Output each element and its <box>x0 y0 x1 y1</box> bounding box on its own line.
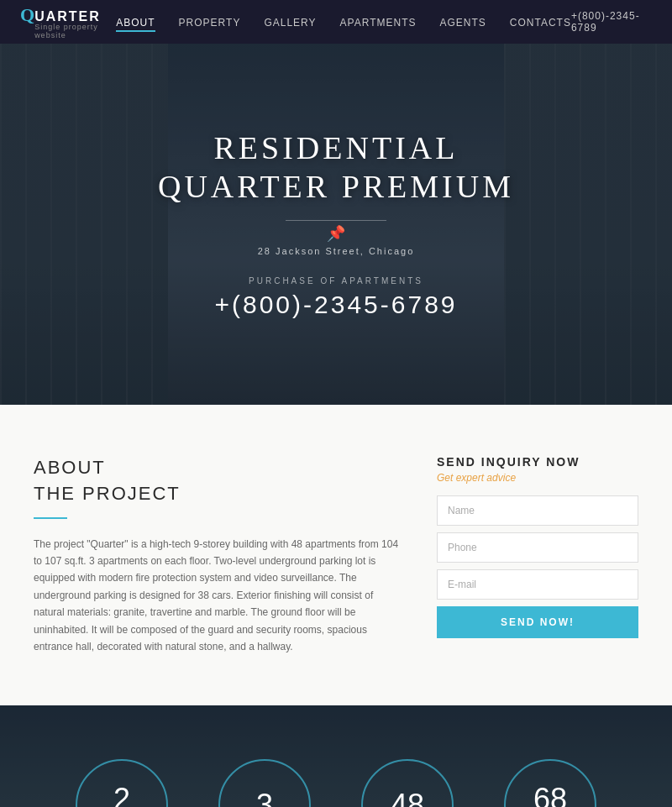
nav-item-contacts[interactable]: Contacts <box>510 14 571 29</box>
nav-item-about[interactable]: About <box>116 14 155 29</box>
hero-cta-label: PURCHASE OF APARTMENTS <box>158 276 514 286</box>
hero-phone: +(800)-2345-6789 <box>158 291 514 319</box>
name-input[interactable] <box>437 495 638 526</box>
logo[interactable]: Q UARTER Single property website <box>20 4 116 39</box>
nav-item-property[interactable]: Property <box>179 14 241 29</box>
about-left: ABOUT THE PROJECT The project "Quarter" … <box>34 455 403 655</box>
logo-sub: Single property website <box>34 23 116 39</box>
nav-item-gallery[interactable]: Gallery <box>264 14 316 29</box>
phone-input[interactable] <box>437 532 638 563</box>
about-title: ABOUT THE PROJECT <box>34 455 403 507</box>
stat-circle-parking: 68 cars <box>504 759 596 807</box>
inquiry-subtitle: Get expert advice <box>437 472 638 484</box>
stat-buildings: 3 BUILDINGS <box>218 759 311 807</box>
about-right: SEND INQUIRY NOW Get expert advice SEND … <box>437 455 638 638</box>
stat-number-parking: 68 <box>533 784 567 807</box>
stat-circle-apartments: 48 <box>361 759 454 807</box>
nav-item-agents[interactable]: Agents <box>439 14 486 29</box>
stat-area: 2 ha AREA <box>76 759 168 807</box>
about-section: ABOUT THE PROJECT The project "Quarter" … <box>0 405 672 705</box>
inquiry-form: SEND NOW! <box>437 495 638 638</box>
hero-address: 28 Jackson Street, Chicago <box>158 246 514 256</box>
logo-q: Q <box>20 4 34 26</box>
logo-text: UARTER <box>34 9 101 24</box>
navbar: Q UARTER Single property website About P… <box>0 0 672 44</box>
nav-item-apartments[interactable]: Apartments <box>340 14 417 29</box>
nav-links: About Property Gallery Apartments Agents… <box>116 14 571 29</box>
stat-parking: 68 cars PARKING <box>504 759 596 807</box>
stat-number-buildings: 3 <box>256 790 273 807</box>
stat-circle-area: 2 ha <box>76 759 168 807</box>
stat-apartments: 48 APARTMENTS <box>361 759 454 807</box>
hero-section: RESIDENTIAL QUARTER PREMIUM 📌 28 Jackson… <box>0 44 672 405</box>
hero-content: RESIDENTIAL QUARTER PREMIUM 📌 28 Jackson… <box>158 129 514 318</box>
stat-number-apartments: 48 <box>391 790 424 807</box>
stat-circle-buildings: 3 <box>218 759 311 807</box>
send-button[interactable]: SEND NOW! <box>437 606 638 638</box>
email-input[interactable] <box>437 569 638 600</box>
pin-icon: 📌 <box>158 224 514 243</box>
stats-content: 2 ha AREA 3 BUILDINGS 48 APARTMENTS 68 <box>0 759 672 807</box>
stats-section: 2 ha AREA 3 BUILDINGS 48 APARTMENTS 68 <box>0 705 672 807</box>
inquiry-title: SEND INQUIRY NOW <box>437 455 638 469</box>
stat-number-area: 2 <box>113 784 130 807</box>
about-body: The project "Quarter" is a high-tech 9-s… <box>34 536 403 656</box>
nav-phone: +(800)-2345-6789 <box>571 10 652 34</box>
hero-divider <box>286 220 386 221</box>
hero-title: RESIDENTIAL QUARTER PREMIUM <box>158 129 514 206</box>
about-underline <box>34 517 67 519</box>
